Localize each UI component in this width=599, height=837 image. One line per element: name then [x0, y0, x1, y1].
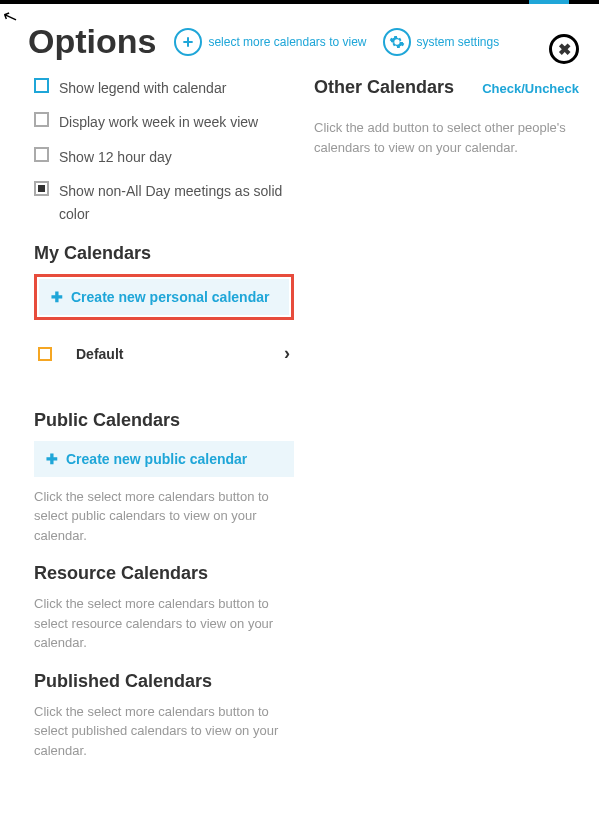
calendar-color-swatch[interactable] — [38, 347, 52, 361]
select-more-calendars-link[interactable]: select more calendars to view — [208, 35, 366, 49]
calendar-default-label: Default — [76, 346, 123, 362]
option-12-hour-label: Show 12 hour day — [59, 146, 172, 168]
checkbox-12-hour[interactable] — [34, 147, 49, 162]
other-calendars-help: Click the add button to select other peo… — [314, 118, 579, 157]
highlight-create-personal: ✚ Create new personal calendar — [34, 274, 294, 320]
chevron-right-icon[interactable]: › — [284, 343, 290, 364]
create-personal-label: Create new personal calendar — [71, 289, 269, 305]
public-calendars-heading: Public Calendars — [34, 410, 294, 431]
checkbox-solid-color[interactable] — [34, 181, 49, 196]
header-bar: Options select more calendars to view sy… — [0, 4, 599, 71]
resource-calendars-heading: Resource Calendars — [34, 563, 294, 584]
option-solid-color-label: Show non-All Day meetings as solid color — [59, 180, 294, 225]
calendar-row-default[interactable]: Default › — [34, 338, 294, 370]
plus-circle-icon[interactable] — [174, 28, 202, 56]
create-public-label: Create new public calendar — [66, 451, 247, 467]
close-icon: ✖ — [558, 40, 571, 59]
option-show-legend-label: Show legend with calendar — [59, 77, 226, 99]
check-uncheck-link[interactable]: Check/Uncheck — [482, 81, 579, 96]
gear-circle-icon[interactable] — [383, 28, 411, 56]
option-work-week-label: Display work week in week view — [59, 111, 258, 133]
other-calendars-heading: Other Calendars — [314, 77, 454, 98]
plus-icon: ✚ — [51, 289, 63, 305]
create-public-calendar-button[interactable]: ✚ Create new public calendar — [34, 441, 294, 477]
page-title: Options — [28, 22, 156, 61]
published-calendars-heading: Published Calendars — [34, 671, 294, 692]
resource-calendars-help: Click the select more calendars button t… — [34, 594, 294, 653]
header-actions: select more calendars to view system set… — [174, 28, 509, 56]
checkbox-work-week[interactable] — [34, 112, 49, 127]
close-button[interactable]: ✖ — [549, 34, 579, 64]
plus-icon: ✚ — [46, 451, 58, 467]
published-calendars-help: Click the select more calendars button t… — [34, 702, 294, 761]
checkbox-show-legend[interactable] — [34, 78, 49, 93]
system-settings-link[interactable]: system settings — [417, 35, 500, 49]
my-calendars-heading: My Calendars — [34, 243, 294, 264]
create-personal-calendar-button[interactable]: ✚ Create new personal calendar — [39, 279, 289, 315]
public-calendars-help: Click the select more calendars button t… — [34, 487, 294, 546]
